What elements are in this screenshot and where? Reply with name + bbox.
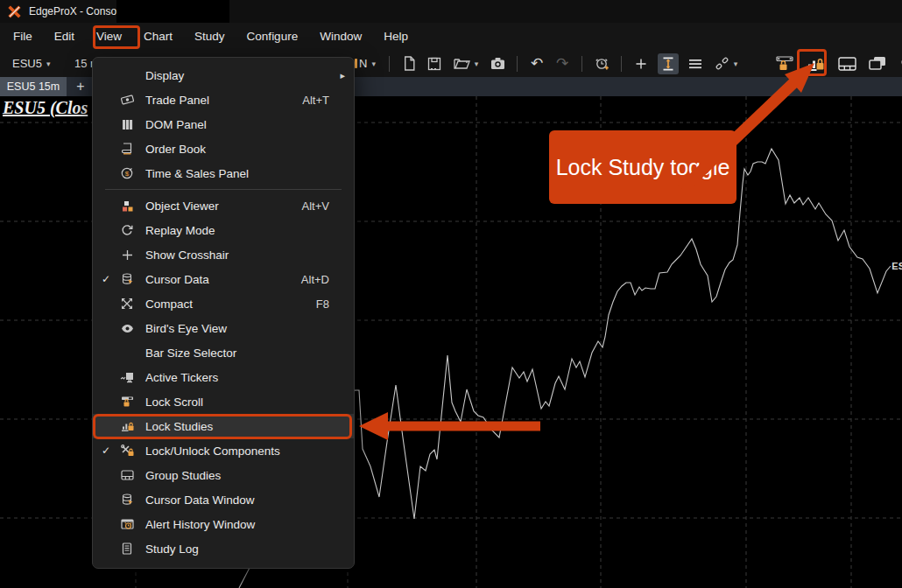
fit-vertical-icon xyxy=(661,56,675,72)
columns-icon xyxy=(116,119,137,130)
alarm-plus-icon xyxy=(595,56,610,71)
view-menu-dropdown: Display ▸ Trade Panel Alt+T DOM Panel Or… xyxy=(92,57,355,569)
menu-item-compact[interactable]: Compact F8 xyxy=(93,291,354,316)
chart-type-selector[interactable]: N ▾ xyxy=(352,54,378,74)
add-button[interactable] xyxy=(632,54,650,74)
clock-dollar-icon: $ xyxy=(116,167,137,179)
menu-item-cursor-data-window[interactable]: Cursor Data Window xyxy=(93,487,354,512)
brightness-circles-icon xyxy=(899,56,902,71)
plus-icon xyxy=(635,58,647,70)
chart-title: ESU5 (Clos xyxy=(3,98,88,118)
checkmark-icon: ✓ xyxy=(102,444,116,457)
menubar-file[interactable]: File xyxy=(13,30,32,43)
menubar-help[interactable]: Help xyxy=(384,30,408,43)
redacted-box xyxy=(116,0,229,23)
banknote-icon xyxy=(116,94,137,105)
redo-icon: ↷ xyxy=(556,56,568,71)
annotation-box-view-menu xyxy=(93,25,140,49)
chevron-down-icon: ▾ xyxy=(46,60,51,68)
tab-esu5-15m[interactable]: ESU5 15m xyxy=(0,77,67,96)
menubar-study[interactable]: Study xyxy=(194,30,225,43)
save-button[interactable] xyxy=(426,54,443,74)
application-window: ES ESU5 (Clos EdgeProX - Console File Ed… xyxy=(0,0,902,588)
symbol-label: ESU5 xyxy=(12,57,42,70)
menu-item-study-log[interactable]: Study Log xyxy=(93,536,354,561)
chart-type-icon xyxy=(355,59,357,68)
fit-vertical-scale-toggle[interactable] xyxy=(658,53,679,74)
toolbar-main-group: N ▾ xyxy=(352,50,740,77)
menu-item-cursor-data[interactable]: ✓ Cursor Data Alt+D xyxy=(93,267,354,291)
menu-item-birds-eye-view[interactable]: Bird's Eye View xyxy=(93,316,354,340)
title-bar: EdgeProX - Console xyxy=(0,0,902,23)
open-button[interactable]: ▾ xyxy=(451,54,481,74)
screenshot-button[interactable] xyxy=(489,54,506,74)
menu-item-object-viewer[interactable]: Object Viewer Alt+V xyxy=(93,193,354,218)
toolbar-right-group xyxy=(774,50,902,77)
menu-item-dom-panel[interactable]: DOM Panel xyxy=(93,112,354,136)
theme-brightness-button[interactable] xyxy=(897,54,902,74)
menu-item-lock-scroll[interactable]: Lock Scroll xyxy=(93,389,354,414)
app-logo-icon xyxy=(7,4,22,19)
annotation-box-lock-studies-menu-item xyxy=(93,414,352,439)
cursor-data-icon xyxy=(116,273,137,285)
lock-scroll-icon xyxy=(776,55,793,72)
menubar-configure[interactable]: Configure xyxy=(247,30,299,43)
eye-icon xyxy=(116,324,137,333)
symbol-selector[interactable]: ESU5 ▾ xyxy=(12,50,51,77)
new-chart-button[interactable] xyxy=(400,54,418,74)
menubar-window[interactable]: Window xyxy=(320,30,362,43)
open-folder-icon xyxy=(454,57,470,70)
menubar-edit[interactable]: Edit xyxy=(54,30,74,43)
replay-icon xyxy=(116,224,137,236)
cursor-data-window-icon xyxy=(116,494,137,506)
cascade-windows-icon xyxy=(869,56,886,71)
toolbar-separator xyxy=(581,56,582,72)
document-icon xyxy=(116,542,137,555)
window-alarm-icon xyxy=(116,519,137,530)
menu-item-alert-history-window[interactable]: Alert History Window xyxy=(93,512,354,536)
lock-scroll-toggle[interactable] xyxy=(774,54,795,74)
layout-panels-button[interactable] xyxy=(835,54,858,74)
menu-item-display[interactable]: Display ▸ xyxy=(93,63,354,88)
annotation-callout: Lock Study toggle xyxy=(549,130,736,204)
toolbar-separator xyxy=(621,56,622,72)
chevron-down-icon: ▾ xyxy=(371,60,376,68)
new-file-icon xyxy=(403,56,416,71)
undo-icon: ↶ xyxy=(531,56,543,71)
menu-item-order-book[interactable]: Order Book xyxy=(93,136,354,161)
menu-separator xyxy=(105,189,342,190)
layout-panels-icon xyxy=(838,57,856,71)
broken-link-icon xyxy=(715,56,729,71)
menu-item-replay-mode[interactable]: Replay Mode xyxy=(93,218,354,242)
window-title: EdgeProX - Console xyxy=(29,5,124,18)
list-options-button[interactable] xyxy=(687,54,704,74)
menu-item-trade-panel[interactable]: Trade Panel Alt+T xyxy=(93,88,354,112)
svg-text:$: $ xyxy=(125,170,130,178)
menu-item-bar-size-selector[interactable]: Bar Size Selector xyxy=(93,340,354,365)
menu-lines-icon xyxy=(688,58,702,70)
redo-button[interactable]: ↷ xyxy=(553,54,571,74)
cascade-windows-button[interactable] xyxy=(866,54,889,74)
add-tab-button[interactable]: + xyxy=(72,77,89,96)
price-axis-label: ES xyxy=(891,261,902,271)
chevron-down-icon: ▾ xyxy=(475,60,479,68)
crosshair-icon xyxy=(116,249,137,261)
tools-lock-icon xyxy=(116,444,137,457)
expand-arrows-icon xyxy=(116,298,137,310)
camera-icon xyxy=(490,57,505,70)
lock-scroll-icon xyxy=(116,396,137,408)
link-charts-button[interactable]: ▾ xyxy=(712,54,740,74)
chevron-down-icon: ▾ xyxy=(734,60,738,68)
window-grid-icon xyxy=(116,470,137,480)
menu-item-active-tickers[interactable]: Active Tickers xyxy=(93,365,354,389)
menu-item-show-crosshair[interactable]: Show Crosshair xyxy=(93,242,354,267)
undo-button[interactable]: ↶ xyxy=(528,54,546,74)
blocks-icon xyxy=(116,200,137,212)
add-alert-button[interactable] xyxy=(593,54,610,74)
menu-item-lock-unlock-components[interactable]: ✓ Lock/Unlock Components xyxy=(93,438,354,463)
annotation-box-lock-studies-toolbar xyxy=(797,49,827,76)
menubar-chart[interactable]: Chart xyxy=(144,30,173,43)
monitor-wave-icon xyxy=(116,372,137,383)
menu-item-group-studies[interactable]: Group Studies xyxy=(93,463,354,487)
menu-item-time-sales[interactable]: $ Time & Sales Panel xyxy=(93,161,354,186)
